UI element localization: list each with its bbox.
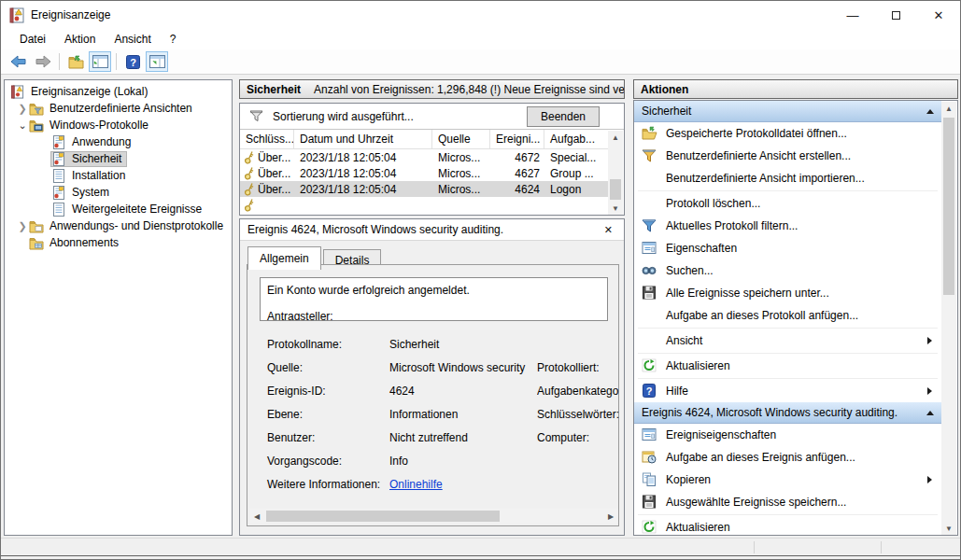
chevron-right-icon[interactable]: ❯ [16, 220, 29, 232]
status-bar [1, 538, 960, 555]
details-horizontal-scrollbar[interactable]: ◀ ▶ [249, 509, 618, 524]
action-create-custom-view[interactable]: Benutzerdefinierte Ansicht erstellen... [634, 145, 941, 167]
event-row-selected[interactable]: Über... 2023/1/18 12:05:04 Micros... 462… [240, 181, 609, 197]
tree-item-weitergeleitete[interactable]: Weitergeleitete Ereignisse [5, 201, 232, 217]
menu-ansicht[interactable]: Ansicht [105, 31, 160, 48]
tree-item-root[interactable]: Ereignisanzeige (Lokal) [5, 83, 232, 100]
event-fields: Protokollname: Sicherheit Quelle: Micros… [267, 332, 622, 496]
tree-item-app-service-logs[interactable]: ❯ Anwendungs- und Dienstprotokolle [5, 217, 232, 234]
action-label: Aktuelles Protokoll filtern... [666, 219, 798, 232]
toolbar: ? [1, 49, 960, 75]
close-details-icon[interactable]: ✕ [601, 224, 616, 236]
action-label: Hilfe [666, 385, 688, 398]
event-description-box[interactable]: Ein Konto wurde erfolgreich angemeldet. … [260, 277, 608, 321]
tree-item-label: Abonnements [48, 236, 120, 249]
action-save-all-events[interactable]: Alle Ereignisse speichern unter... [634, 282, 941, 304]
scrollbar-thumb[interactable] [610, 179, 621, 200]
tree-selection: Sicherheit [51, 152, 126, 166]
chevron-down-icon[interactable]: ⌄ [16, 119, 29, 132]
action-label: Benutzerdefinierte Ansicht erstellen... [666, 149, 851, 162]
toolbar-separator [116, 53, 117, 70]
folder-icon [29, 219, 44, 233]
column-header-task[interactable]: Aufgab... [544, 130, 609, 148]
event-row[interactable]: Über... 2023/1/18 12:05:04 Micros... 467… [240, 149, 609, 165]
tree-item-system[interactable]: System [5, 184, 232, 201]
toggle-console-tree-button[interactable] [89, 51, 111, 72]
collapse-icon[interactable] [926, 411, 934, 415]
menu-bar: Datei Aktion Ansicht ? [1, 29, 960, 49]
action-save-selected-events[interactable]: Ausgewählte Ereignisse speichern... [634, 491, 941, 513]
scrollbar-thumb[interactable] [943, 118, 954, 295]
close-button[interactable]: ✕ [917, 1, 960, 29]
action-open-saved-log[interactable]: Gespeicherte Protokolldatei öffnen... [634, 122, 941, 145]
action-refresh[interactable]: Aktualisieren [634, 355, 941, 377]
action-event-properties[interactable]: Ereigniseigenschaften [634, 424, 941, 446]
onlinehilfe-link[interactable]: Onlinehilfe [389, 478, 537, 491]
tree-item-sicherheit[interactable]: Sicherheit [5, 150, 232, 167]
action-label: Eigenschaften [666, 242, 737, 255]
custom-views-folder-icon [29, 102, 44, 116]
column-header-datetime[interactable]: Datum und Uhrzeit [294, 130, 432, 148]
action-label: Kopieren [666, 473, 711, 486]
tree-item-anwendung[interactable]: Anwendung [5, 133, 232, 150]
action-find[interactable]: Suchen... [634, 259, 941, 282]
action-attach-task-to-log[interactable]: Aufgabe an dieses Protokoll anfügen... [634, 304, 941, 327]
action-label: Aufgabe an dieses Ereignis anfügen... [666, 451, 855, 464]
column-header-source[interactable]: Quelle [432, 130, 490, 148]
section-header-label: Ereignis 4624, Microsoft Windows securit… [642, 406, 897, 419]
cell-datetime: 2023/1/18 12:05:04 [294, 167, 432, 180]
event-list-scrollbar[interactable]: ▲ ▼ [608, 131, 623, 216]
menu-hilfe[interactable]: ? [161, 31, 186, 48]
create-custom-view-icon [642, 148, 657, 163]
scrollbar-thumb[interactable] [266, 511, 500, 522]
actions-title: Aktionen [641, 83, 688, 96]
chevron-right-icon[interactable]: ❯ [16, 103, 29, 115]
action-properties[interactable]: Eigenschaften [634, 237, 941, 259]
event-row[interactable]: Über... 2023/1/18 12:05:04 Micros... 462… [240, 165, 609, 181]
field-value: Sicherheit [389, 338, 537, 351]
action-ansicht[interactable]: Ansicht [634, 329, 941, 352]
maximize-button[interactable] [874, 1, 917, 29]
action-hilfe[interactable]: ? Hilfe [634, 380, 941, 402]
menu-aktion[interactable]: Aktion [55, 31, 105, 48]
scroll-left-icon[interactable]: ◀ [249, 509, 264, 524]
result-pane-subtitle: Anzahl von Ereignissen: 1,296,848 (!) Ne… [314, 83, 625, 96]
scroll-up-icon[interactable]: ▲ [608, 131, 623, 145]
action-import-custom-view[interactable]: Benutzerdefinierte Ansicht importieren..… [634, 167, 941, 189]
field-label: Ereignis-ID: [267, 385, 389, 398]
action-filter-current-log[interactable]: Aktuelles Protokoll filtern... [634, 215, 941, 237]
no-icon [642, 196, 657, 211]
action-attach-task-to-event[interactable]: Aufgabe an dieses Ereignis anfügen... [634, 446, 941, 469]
action-refresh-event[interactable]: Aktualisieren [634, 516, 941, 536]
action-clear-log[interactable]: Protokoll löschen... [634, 192, 941, 215]
scroll-down-icon[interactable]: ▼ [941, 522, 956, 536]
back-arrow-icon [10, 55, 27, 68]
event-row-partial[interactable] [240, 197, 609, 213]
tree-item-installation[interactable]: Installation [5, 167, 232, 184]
field-label: Vorgangscode: [267, 455, 389, 468]
actions-section-event-4624[interactable]: Ereignis 4624, Microsoft Windows securit… [634, 402, 941, 424]
tree-item-label: System [70, 186, 111, 199]
column-header-eventid[interactable]: Ereigni... [490, 130, 544, 148]
help-button[interactable]: ? [121, 51, 144, 72]
minimize-button[interactable]: — [831, 1, 874, 29]
field-value: 4624 [389, 385, 537, 398]
actions-section-sicherheit[interactable]: Sicherheit [634, 101, 941, 122]
tree-item-windows-logs[interactable]: ⌄ Windows-Protokolle [5, 117, 232, 133]
forward-button[interactable] [32, 51, 54, 72]
collapse-icon[interactable] [926, 109, 934, 114]
column-header-keywords[interactable]: Schlüss... [240, 130, 294, 148]
scroll-down-icon[interactable]: ▼ [608, 202, 623, 216]
actions-scrollbar[interactable]: ▲ ▼ [941, 102, 956, 536]
scroll-up-icon[interactable]: ▲ [941, 102, 956, 116]
toggle-action-pane-button[interactable] [146, 51, 168, 72]
beenden-button[interactable]: Beenden [527, 106, 600, 127]
scroll-right-icon[interactable]: ▶ [603, 509, 618, 524]
tab-allgemein[interactable]: Allgemein [247, 246, 321, 270]
open-saved-log-button[interactable] [64, 51, 87, 72]
action-copy[interactable]: Kopieren [634, 469, 941, 491]
tree-item-custom-views[interactable]: ❯ Benutzerdefinierte Ansichten [5, 100, 232, 117]
tree-item-abonnements[interactable]: Abonnements [5, 234, 232, 251]
back-button[interactable] [7, 51, 30, 72]
menu-datei[interactable]: Datei [10, 31, 55, 48]
